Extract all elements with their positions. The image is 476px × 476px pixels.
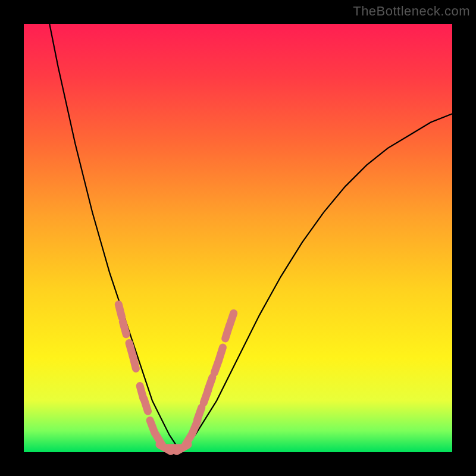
marker-point <box>144 399 148 411</box>
curve-markers <box>118 305 233 452</box>
marker-point <box>219 347 223 360</box>
plot-area <box>24 24 452 452</box>
marker-point <box>198 408 202 420</box>
bottleneck-curve <box>49 24 452 448</box>
marker-point <box>208 377 212 390</box>
marker-point <box>118 305 121 317</box>
chart-svg <box>24 24 452 452</box>
chart-frame: TheBottleneck.com <box>0 0 476 476</box>
watermark-text: TheBottleneck.com <box>353 4 470 19</box>
marker-point <box>230 313 234 325</box>
marker-point <box>133 356 136 368</box>
marker-point <box>123 322 126 334</box>
